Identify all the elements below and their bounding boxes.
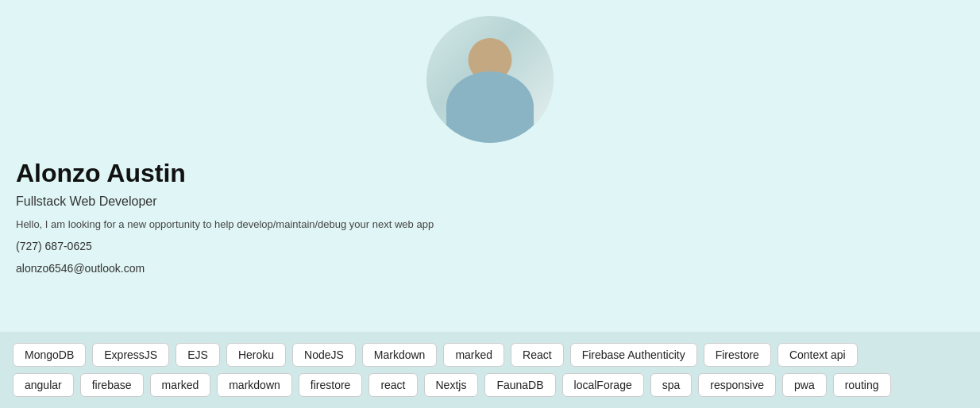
- skills-row-2: angularfirebasemarkedmarkdownfirestorere…: [13, 373, 967, 397]
- skill-tag: Context api: [777, 343, 858, 367]
- skill-tag: EJS: [176, 343, 220, 367]
- skill-tag: Firebase Authenticity: [570, 343, 697, 367]
- skill-tag: firebase: [80, 373, 144, 397]
- phone: (727) 687-0625: [16, 240, 434, 252]
- bio: Hello, I am looking for a new opportunit…: [16, 218, 434, 230]
- skill-tag: react: [368, 373, 417, 397]
- avatar: [426, 16, 554, 143]
- skill-tag: NodeJS: [292, 343, 356, 367]
- skills-section: MongoDBExpressJSEJSHerokuNodeJSMarkdownm…: [0, 332, 980, 408]
- job-title: Fullstack Web Developer: [16, 194, 434, 209]
- skill-tag: React: [511, 343, 564, 367]
- skill-tag: ExpressJS: [92, 343, 169, 367]
- avatar-image: [426, 16, 554, 143]
- email: alonzo6546@outlook.com: [16, 262, 434, 275]
- skill-tag: Firestore: [704, 343, 771, 367]
- name: Alonzo Austin: [16, 159, 434, 188]
- skill-tag: Nextjs: [424, 373, 479, 397]
- skills-row-1: MongoDBExpressJSEJSHerokuNodeJSMarkdownm…: [13, 343, 967, 367]
- skill-tag: MongoDB: [13, 343, 86, 367]
- skill-tag: pwa: [782, 373, 827, 397]
- skill-tag: Markdown: [362, 343, 438, 367]
- profile-section: [0, 0, 980, 143]
- info-section: Alonzo Austin Fullstack Web Developer He…: [0, 151, 449, 292]
- skill-tag: responsive: [698, 373, 776, 397]
- skill-tag: firestore: [299, 373, 363, 397]
- skill-tag: marked: [150, 373, 211, 397]
- skill-tag: localForage: [562, 373, 644, 397]
- skill-tag: angular: [13, 373, 74, 397]
- skill-tag: Heroku: [226, 343, 286, 367]
- skill-tag: routing: [833, 373, 891, 397]
- skill-tag: spa: [650, 373, 693, 397]
- skill-tag: marked: [443, 343, 504, 367]
- skill-tag: FaunaDB: [484, 373, 555, 397]
- skill-tag: markdown: [217, 373, 292, 397]
